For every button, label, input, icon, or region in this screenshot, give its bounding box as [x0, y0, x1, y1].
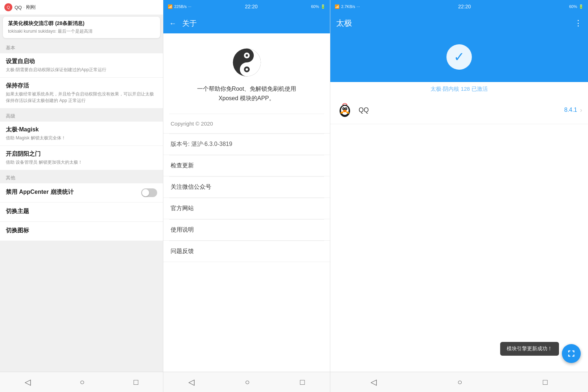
about-toolbar: ← 关于: [163, 13, 330, 33]
nav-back-left[interactable]: ◁: [17, 375, 38, 390]
svg-rect-18: [346, 104, 347, 105]
about-content: 一个帮助你免Root、免解锁免刷机使用Xposed 模块的APP。 Copyri…: [163, 33, 330, 372]
section-advanced: 高级: [0, 109, 163, 122]
item-title-yinyangdoor: 开启阴阳之门: [6, 150, 157, 158]
battery-icon-center: 🔋: [320, 4, 326, 9]
nav-home-left[interactable]: ○: [73, 375, 92, 390]
svg-point-3: [245, 54, 248, 57]
battery-icon-right: 🔋: [579, 4, 584, 9]
status-bar-right: 📶 2.7KB/s ··· 22:20 60% 🔋: [330, 0, 588, 13]
nav-bar-right: ◁ ○ □: [330, 372, 588, 392]
about-official-website[interactable]: 官方网站: [163, 198, 330, 219]
panel-center: 📶 225B/s ··· 22:20 60% 🔋 ← 关于 一个帮助你免Root…: [163, 0, 330, 392]
speed-label-right: 2.7KB/s: [341, 4, 355, 9]
item-title-switch-theme: 切换主题: [6, 208, 157, 215]
about-feedback[interactable]: 问题反馈: [163, 241, 330, 262]
item-desc-keepalive: 如果太极经常被系统杀死，并且给予自启动权限也没有效果，可以开启让太极保持存活以保…: [6, 91, 157, 104]
snackbar-toast: 模块引擎更新成功！: [500, 342, 559, 356]
qq-app-version: 8.4.1: [564, 107, 577, 113]
settings-item-autostart[interactable]: 设置自启动 太极·阴需要自启动权限以保证创建过的App正常运行: [0, 53, 163, 78]
panel-left: Q QQ · 刚刚 某美化模块交流①群 (28条新消息) tokisaki ku…: [0, 0, 163, 392]
battery-label-right: 60%: [569, 4, 577, 9]
speed-label: 225B/s: [174, 4, 187, 9]
about-version: 版本号: 湛沪·6.3.0-3819: [163, 134, 330, 155]
settings-item-disable-appcenter[interactable]: 禁用 AppCenter 崩溃统计: [0, 183, 163, 203]
qq-label: QQ: [15, 5, 22, 10]
nav-bar-center: ◁ ○ □: [163, 372, 330, 392]
status-left-right: 📶 2.7KB/s ···: [335, 4, 360, 9]
settings-item-yinyangdoor[interactable]: 开启阴阳之门 借助 设备管理员 解锁更加强大的太极！: [0, 146, 163, 170]
yin-yang-icon: [232, 48, 261, 77]
center-time: 22:20: [245, 4, 258, 9]
more-button-right[interactable]: ⋮: [574, 19, 582, 28]
nav-recent-right[interactable]: □: [536, 375, 555, 390]
about-wechat-official[interactable]: 关注微信公众号: [163, 177, 330, 198]
toggle-disable-appcenter[interactable]: [141, 188, 157, 197]
svg-rect-17: [342, 104, 344, 105]
check-circle: ✓: [446, 44, 472, 70]
expand-icon: [567, 350, 575, 358]
battery-label-center: 60%: [311, 4, 319, 9]
status-time: 刚刚: [26, 4, 36, 11]
panel-right: 📶 2.7KB/s ··· 22:20 60% 🔋 太极 ⋮ ✓ 太极·阴内核 …: [330, 0, 588, 392]
item-title-disable-appcenter: 禁用 AppCenter 崩溃统计: [6, 188, 74, 196]
signal-icon: 📶: [168, 4, 173, 9]
qq-app-icon-small: Q: [4, 3, 12, 11]
item-title-switch-icon: 切换图标: [6, 227, 157, 234]
chevron-right-icon: ›: [580, 106, 582, 114]
status-bar-center: 📶 225B/s ··· 22:20 60% 🔋: [163, 0, 330, 13]
about-description: 一个帮助你免Root、免解锁免刷机使用Xposed 模块的APP。: [197, 84, 297, 103]
item-desc-autostart: 太极·阴需要自启动权限以保证创建过的App正常运行: [6, 66, 157, 73]
right-time: 22:20: [458, 4, 471, 9]
notification-title: 某美化模块交流①群 (28条新消息): [8, 20, 155, 27]
settings-item-magisk[interactable]: 太极·Magisk 借助 Magisk 解锁太极完全体！: [0, 122, 163, 146]
activated-banner: ✓: [330, 33, 588, 82]
taichi-toolbar: 太极 ⋮: [330, 13, 588, 33]
nav-recent-center[interactable]: □: [293, 375, 312, 390]
svg-point-11: [343, 108, 344, 109]
qq-app-name: QQ: [359, 106, 564, 114]
dots-center: ···: [188, 4, 191, 9]
item-title-autostart: 设置自启动: [6, 58, 157, 65]
settings-item-keepalive[interactable]: 保持存活 如果太极经常被系统杀死，并且给予自启动权限也没有效果，可以开启让太极保…: [0, 78, 163, 109]
signal-icon-right: 📶: [335, 4, 340, 9]
panel-right-inner: ✓ 太极·阴内核 128 已激活: [330, 33, 588, 392]
item-desc-yinyangdoor: 借助 设备管理员 解锁更加强大的太极！: [6, 159, 157, 166]
svg-point-12: [346, 108, 346, 109]
settings-item-switch-icon[interactable]: 切换图标: [0, 222, 163, 241]
nav-back-center[interactable]: ◁: [181, 375, 202, 390]
svg-point-14: [343, 110, 347, 111]
about-user-guide[interactable]: 使用说明: [163, 220, 330, 241]
about-check-update[interactable]: 检查更新: [163, 155, 330, 176]
notification-body: tokisaki kurumi sukidayo: 最后一个是超高清: [8, 28, 155, 34]
qq-app-list-item[interactable]: QQ 8.4.1 ›: [330, 96, 588, 124]
svg-point-4: [245, 68, 248, 70]
fab-expand[interactable]: [562, 344, 581, 363]
item-desc-magisk: 借助 Magisk 解锁太极完全体！: [6, 135, 157, 141]
item-title-keepalive: 保持存活: [6, 82, 157, 90]
nav-bar-left: ◁ ○ □: [0, 372, 163, 392]
checkmark-icon: ✓: [454, 49, 465, 65]
status-right-right: 60% 🔋: [569, 4, 584, 9]
item-title-magisk: 太极·Magisk: [6, 126, 157, 134]
status-left-center: 📶 225B/s ···: [168, 4, 191, 9]
about-copyright: Copyright © 2020: [163, 114, 330, 134]
nav-back-right[interactable]: ◁: [363, 375, 384, 390]
dots-right: ···: [357, 4, 360, 9]
notification-card[interactable]: 某美化模块交流①群 (28条新消息) tokisaki kurumi sukid…: [3, 17, 160, 38]
toggle-knob: [142, 189, 149, 196]
nav-home-right[interactable]: ○: [450, 375, 469, 390]
activated-text: 太极·阴内核 128 已激活: [330, 82, 588, 96]
back-button-center[interactable]: ←: [169, 19, 176, 28]
settings-item-switch-theme[interactable]: 切换主题: [0, 203, 163, 222]
settings-list: 基本 设置自启动 太极·阴需要自启动权限以保证创建过的App正常运行 保持存活 …: [0, 40, 163, 372]
status-dot: ·: [23, 5, 24, 10]
section-basic: 基本: [0, 40, 163, 53]
taichi-title: 太极: [336, 18, 352, 29]
section-other: 其他: [0, 170, 163, 183]
nav-home-center[interactable]: ○: [238, 375, 257, 390]
status-right-center: 60% 🔋: [311, 4, 326, 9]
about-title: 关于: [182, 19, 324, 28]
nav-recent-left[interactable]: □: [126, 375, 146, 390]
about-logo-section: 一个帮助你免Root、免解锁免刷机使用Xposed 模块的APP。: [163, 33, 330, 114]
